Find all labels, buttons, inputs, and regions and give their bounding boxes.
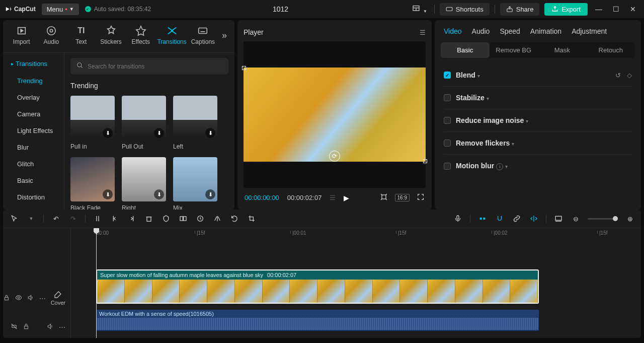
sidebar-item-basic[interactable]: Basic — [3, 172, 64, 189]
tab-video[interactable]: Video — [444, 27, 462, 35]
delete-icon[interactable] — [144, 214, 154, 224]
player-viewport[interactable]: ⟳ — [244, 41, 426, 188]
list-icon[interactable]: ☰ — [330, 194, 336, 201]
sidebar-item-camera[interactable]: Camera — [3, 106, 64, 122]
volume-icon[interactable] — [27, 294, 34, 303]
tab-speed[interactable]: Speed — [500, 27, 520, 35]
magnet1-icon[interactable] — [477, 214, 488, 224]
download-icon[interactable]: ⬇ — [154, 189, 164, 199]
more-tabs-icon[interactable]: » — [218, 30, 230, 41]
split-icon[interactable] — [93, 214, 103, 224]
scale-icon[interactable] — [380, 193, 388, 202]
tab-transitions[interactable]: Transitions — [156, 23, 187, 47]
transition-card[interactable]: ⬇Black Fade — [70, 157, 115, 210]
layout-icon[interactable]: ▼ — [410, 3, 429, 16]
sidebar-item-glitch[interactable]: Glitch — [3, 156, 64, 172]
player-menu-icon[interactable]: ☰ — [420, 29, 426, 36]
download-icon[interactable]: ⬇ — [205, 128, 215, 138]
more-icon[interactable]: ⋯ — [59, 323, 65, 331]
snap-icon[interactable] — [529, 214, 539, 224]
flicker-checkbox[interactable] — [444, 140, 451, 147]
keyframe-icon[interactable]: ◇ — [627, 72, 632, 79]
more-icon[interactable]: ⋯ — [39, 295, 46, 302]
stabilize-checkbox[interactable] — [444, 94, 451, 101]
blend-checkbox[interactable] — [444, 72, 451, 79]
transition-card[interactable]: ⬇Mix — [173, 157, 217, 210]
mirror-icon[interactable] — [212, 214, 222, 224]
close-icon[interactable]: ✕ — [627, 3, 639, 15]
redo-icon[interactable]: ↷ — [68, 214, 78, 224]
lock-icon[interactable] — [23, 323, 30, 331]
transition-card[interactable]: ⬇Pull Out — [122, 96, 166, 150]
inspector-panel: Video Audio Speed Animation Adjustment B… — [435, 20, 641, 210]
playhead[interactable] — [96, 228, 97, 338]
volume-icon[interactable] — [47, 323, 54, 331]
zoom-slider[interactable] — [588, 218, 618, 220]
audio-clip[interactable]: Workout EDM with a sense of speed(101650… — [96, 310, 539, 331]
reverse-icon[interactable] — [195, 214, 205, 224]
sidebar-item-overlay[interactable]: Overlay — [3, 89, 64, 106]
subtab-basic[interactable]: Basic — [441, 42, 490, 58]
search-input[interactable] — [70, 58, 228, 75]
marker-icon[interactable] — [161, 214, 171, 224]
lock-icon[interactable] — [3, 294, 10, 303]
timeline-ruler[interactable]: 00:00|15f|00:01|15f|00:02|15f — [71, 228, 641, 239]
play-button[interactable]: ▶ — [344, 194, 349, 202]
download-icon[interactable]: ⬇ — [154, 128, 164, 138]
link-icon[interactable] — [512, 214, 522, 224]
rotate-icon[interactable] — [229, 214, 239, 224]
noise-checkbox[interactable] — [444, 117, 451, 124]
magnet2-icon[interactable] — [495, 214, 505, 224]
tab-animation[interactable]: Animation — [530, 27, 561, 35]
video-clip[interactable]: Super slow motion of falling autumn mapl… — [96, 269, 539, 304]
eye-icon[interactable] — [15, 294, 22, 303]
subtab-mask[interactable]: Mask — [538, 42, 587, 58]
tab-audio[interactable]: Audio — [472, 27, 490, 35]
tab-text[interactable]: TI Text — [67, 23, 96, 47]
aspect-ratio[interactable]: 16:9 — [395, 194, 410, 201]
transition-card[interactable]: ⬇Right — [122, 157, 166, 210]
sidebar-item-trending[interactable]: Trending — [3, 73, 64, 89]
minimize-icon[interactable]: — — [593, 3, 605, 15]
track-disable-icon[interactable] — [11, 323, 18, 331]
tab-adjustment[interactable]: Adjustment — [572, 27, 607, 35]
shortcuts-button[interactable]: Shortcuts — [440, 3, 490, 16]
download-icon[interactable]: ⬇ — [103, 189, 113, 199]
cursor-tool[interactable] — [9, 214, 19, 224]
mic-icon[interactable] — [453, 214, 463, 224]
fullscreen-icon[interactable] — [417, 193, 425, 202]
subtab-removebg[interactable]: Remove BG — [490, 42, 538, 58]
player-overlay-icon[interactable]: ⟳ — [329, 151, 340, 162]
preview-icon[interactable] — [553, 214, 564, 224]
sidebar-item-light[interactable]: Light Effects — [3, 122, 64, 139]
tab-audio[interactable]: Audio — [37, 23, 65, 47]
crop-icon[interactable] — [247, 214, 257, 224]
export-button[interactable]: Export — [544, 3, 588, 16]
download-icon[interactable]: ⬇ — [205, 189, 215, 199]
transition-card[interactable]: ⬇Left — [173, 96, 217, 150]
zoom-in-icon[interactable]: ⊕ — [625, 214, 635, 224]
compound-icon[interactable] — [178, 214, 188, 224]
sidebar-item-distortion[interactable]: Distortion — [3, 189, 64, 205]
tab-import[interactable]: Import — [7, 23, 36, 47]
download-icon[interactable]: ⬇ — [103, 128, 113, 138]
sidebar-heading[interactable]: Transitions — [3, 58, 64, 73]
undo-icon[interactable]: ↶ — [51, 214, 61, 224]
menu-button[interactable]: Menu•▼ — [42, 4, 79, 15]
info-icon[interactable]: i — [496, 163, 503, 170]
tab-stickers[interactable]: Stickers — [97, 23, 125, 47]
tab-effects[interactable]: Effects — [126, 23, 155, 47]
split-right-icon[interactable] — [127, 214, 137, 224]
zoom-out-icon[interactable]: ⊖ — [571, 214, 581, 224]
motion-checkbox[interactable] — [444, 163, 451, 170]
cover-button[interactable]: Cover — [51, 291, 65, 306]
split-left-icon[interactable] — [110, 214, 120, 224]
transition-card[interactable]: ⬇Pull in — [70, 96, 115, 150]
share-button[interactable]: Share — [500, 3, 540, 16]
subtab-retouch[interactable]: Retouch — [587, 42, 635, 58]
sidebar-item-blur[interactable]: Blur — [3, 139, 64, 156]
reset-icon[interactable]: ↺ — [615, 72, 621, 79]
tab-captions[interactable]: Captions — [189, 23, 217, 47]
cursor-dropdown[interactable]: ▼ — [26, 214, 36, 224]
maximize-icon[interactable]: ☐ — [610, 3, 622, 15]
